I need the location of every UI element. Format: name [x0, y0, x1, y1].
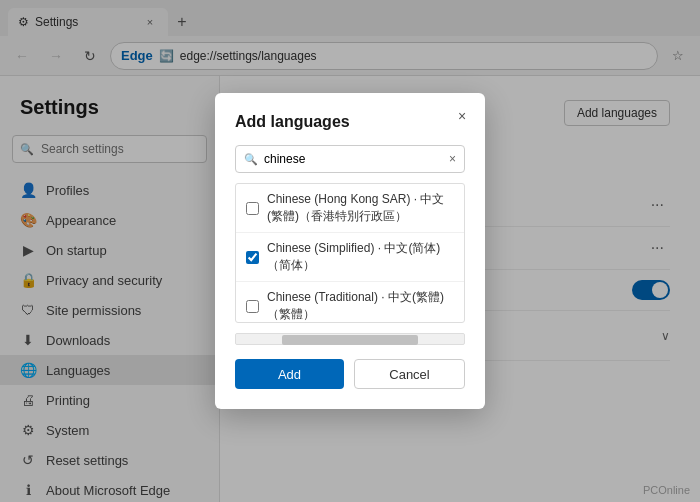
language-list: Chinese (Hong Kong SAR) · 中文(繁體)（香港特別行政區… [235, 183, 465, 323]
lang-label-traditional: Chinese (Traditional) · 中文(繁體)（繁體） [267, 289, 454, 323]
lang-option-traditional[interactable]: Chinese (Traditional) · 中文(繁體)（繁體） [236, 282, 464, 323]
lang-label-simplified: Chinese (Simplified) · 中文(简体)（简体） [267, 240, 454, 274]
dialog-scrollbar[interactable] [235, 333, 465, 345]
dialog-search-box: 🔍 × [235, 145, 465, 173]
lang-checkbox-traditional[interactable] [246, 300, 259, 313]
scrollbar-thumb [282, 335, 419, 345]
dialog-footer: Add Cancel [235, 359, 465, 389]
lang-option-hk[interactable]: Chinese (Hong Kong SAR) · 中文(繁體)（香港特別行政區… [236, 184, 464, 233]
dialog-title: Add languages [235, 113, 465, 131]
dialog-clear-button[interactable]: × [449, 152, 456, 166]
dialog-overlay: Add languages × 🔍 × Chinese (Hong Kong S… [0, 0, 700, 502]
dialog-close-button[interactable]: × [451, 105, 473, 127]
lang-label-hk: Chinese (Hong Kong SAR) · 中文(繁體)（香港特別行政區… [267, 191, 454, 225]
dialog-search-icon: 🔍 [244, 153, 258, 166]
lang-option-simplified[interactable]: Chinese (Simplified) · 中文(简体)（简体） [236, 233, 464, 282]
lang-checkbox-hk[interactable] [246, 202, 259, 215]
add-languages-dialog: Add languages × 🔍 × Chinese (Hong Kong S… [215, 93, 485, 409]
dialog-search-input[interactable] [264, 152, 443, 166]
add-button[interactable]: Add [235, 359, 344, 389]
lang-checkbox-simplified[interactable] [246, 251, 259, 264]
cancel-button[interactable]: Cancel [354, 359, 465, 389]
